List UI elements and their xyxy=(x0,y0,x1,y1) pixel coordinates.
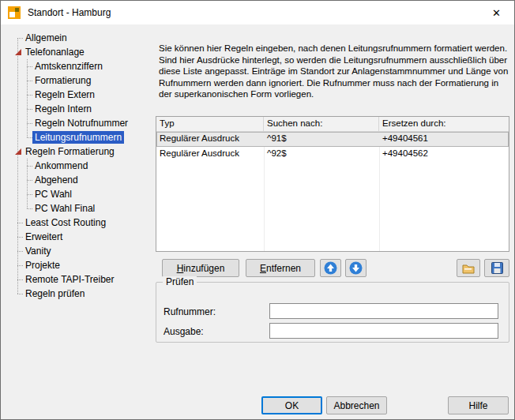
cancel-button[interactable]: Abbrechen xyxy=(326,396,387,414)
page-description: Sie können hier Regeln eingeben, nach de… xyxy=(159,43,512,100)
tree-item-remote-tapi-treiber[interactable]: Remote TAPI-Treiber xyxy=(7,272,154,287)
help-button[interactable]: Hilfe xyxy=(448,396,509,414)
cell-ersetzen-durch: +49404561 xyxy=(379,132,509,147)
expanded-node-icon xyxy=(15,49,21,55)
column-header-suchen-nach[interactable]: Suchen nach: xyxy=(264,117,379,131)
arrow-down-circle-icon xyxy=(349,261,363,275)
title-bar: Standort - Hamburg ✕ xyxy=(1,1,514,24)
save-disk-icon xyxy=(491,262,503,274)
arrow-up-circle-icon xyxy=(324,261,337,275)
rufnummer-label: Rufnummer: xyxy=(164,306,216,317)
tree-item-vanity[interactable]: Vanity xyxy=(7,244,154,258)
groupbox-title: Prüfen xyxy=(163,276,197,287)
save-rules-button[interactable] xyxy=(484,259,509,277)
ok-button[interactable]: OK xyxy=(261,396,322,414)
rules-table[interactable]: Typ Suchen nach: Ersetzen durch: Regulär… xyxy=(156,116,509,252)
table-header: Typ Suchen nach: Ersetzen durch: xyxy=(156,117,509,132)
cell-suchen-nach: ^91$ xyxy=(264,132,379,147)
table-row[interactable]: Regulärer Ausdruck ^92$ +49404562 xyxy=(156,147,509,162)
close-button[interactable]: ✕ xyxy=(479,1,514,24)
window-title: Standort - Hamburg xyxy=(28,7,111,18)
tree-item-projekte[interactable]: Projekte xyxy=(7,258,154,272)
move-down-button[interactable] xyxy=(345,259,367,277)
tree-item-least-cost-routing[interactable]: Least Cost Routing xyxy=(7,216,154,230)
ausgabe-input[interactable] xyxy=(269,323,498,339)
tree-item-allgemein[interactable]: Allgemein xyxy=(7,31,154,45)
cell-ersetzen-durch: +49404562 xyxy=(379,147,509,162)
tree-item-erweitert[interactable]: Erweitert xyxy=(7,230,154,244)
tree-item-telefonanlage[interactable]: Telefonanlage xyxy=(7,45,154,59)
tree-item-abgehend[interactable]: Abgehend xyxy=(7,173,154,187)
settings-tree: Allgemein Telefonanlage Amtskennziffern … xyxy=(7,31,154,304)
rufnummer-input[interactable] xyxy=(269,303,498,319)
cell-suchen-nach: ^92$ xyxy=(264,147,379,162)
tree-item-formatierung[interactable]: Formatierung xyxy=(7,73,154,88)
remove-rule-button[interactable]: Entfernen xyxy=(246,259,315,277)
tree-item-pc-wahl[interactable]: PC Wahl xyxy=(7,187,154,201)
cell-typ: Regulärer Ausdruck xyxy=(156,132,264,147)
app-icon xyxy=(8,6,21,19)
cell-typ: Regulärer Ausdruck xyxy=(156,147,264,162)
close-icon: ✕ xyxy=(492,7,501,19)
tree-item-leitungsrufnummern[interactable]: Leitungsrufnummern xyxy=(7,130,154,144)
folder-import-icon xyxy=(462,263,475,274)
table-row[interactable]: Regulärer Ausdruck ^91$ +49404561 xyxy=(156,132,509,147)
import-rules-button[interactable] xyxy=(457,259,480,277)
add-rule-button[interactable]: Hinzufügen xyxy=(162,259,239,277)
tree-item-regeln-intern[interactable]: Regeln Intern xyxy=(7,102,154,116)
tree-item-ankommend[interactable]: Ankommend xyxy=(7,159,154,173)
dialog-window: Standort - Hamburg ✕ Allgemein Telefonan… xyxy=(0,0,515,420)
tree-item-regeln-formatierung[interactable]: Regeln Formatierung xyxy=(7,144,154,159)
tree-item-regeln-pruefen[interactable]: Regeln prüfen xyxy=(7,287,154,301)
column-header-typ[interactable]: Typ xyxy=(156,117,264,131)
tree-item-amtskennziffern[interactable]: Amtskennziffern xyxy=(7,59,154,73)
tree-item-regeln-notrufnummer[interactable]: Regeln Notrufnummer xyxy=(7,116,154,130)
expanded-node-icon xyxy=(15,148,21,155)
tree-item-regeln-extern[interactable]: Regeln Extern xyxy=(7,88,154,102)
tree-item-pc-wahl-final[interactable]: PC Wahl Final xyxy=(7,201,154,216)
ausgabe-label: Ausgabe: xyxy=(164,326,204,337)
column-header-ersetzen-durch[interactable]: Ersetzen durch: xyxy=(379,117,509,131)
move-up-button[interactable] xyxy=(320,259,341,277)
